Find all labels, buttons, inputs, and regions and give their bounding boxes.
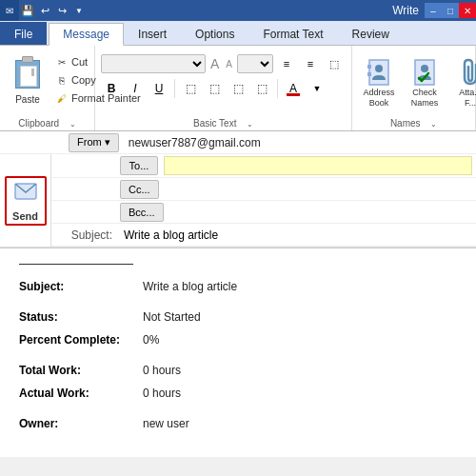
percent-label: Percent Complete: bbox=[19, 331, 143, 348]
qat-redo-button[interactable]: ↪ bbox=[53, 3, 70, 18]
font-size-select[interactable] bbox=[237, 54, 273, 73]
names-label: Names ⌄ bbox=[352, 118, 475, 129]
ribbon-tabs: File Message Insert Options Format Text … bbox=[0, 21, 476, 46]
status-label: Status: bbox=[19, 308, 143, 326]
percent-value: 0% bbox=[143, 331, 159, 348]
attach-file-button[interactable]: Atta...F... bbox=[449, 53, 476, 112]
email-body: Subject: Write a blog article Status: No… bbox=[0, 248, 476, 457]
format-painter-icon: 🖌 bbox=[55, 91, 69, 105]
email-header: From ▾ newuser7887@gmail.com Send To... bbox=[0, 131, 476, 248]
bcc-input[interactable] bbox=[169, 204, 476, 221]
tab-file[interactable]: File bbox=[0, 22, 47, 45]
close-button[interactable]: ✕ bbox=[459, 3, 476, 18]
copy-icon: ⎘ bbox=[55, 73, 69, 87]
owner-value: new user bbox=[143, 415, 189, 432]
more-text-button[interactable]: ▼ bbox=[307, 78, 327, 99]
cc-input[interactable] bbox=[165, 181, 476, 198]
underline-button[interactable]: U bbox=[149, 78, 169, 99]
send-button[interactable]: Send bbox=[5, 176, 47, 226]
cc-button[interactable]: Cc... bbox=[120, 180, 159, 199]
from-value: newuser7887@gmail.com bbox=[125, 134, 476, 151]
app-icon: ✉ bbox=[0, 0, 19, 21]
from-row: From ▾ newuser7887@gmail.com bbox=[0, 131, 476, 154]
tab-message[interactable]: Message bbox=[49, 23, 124, 46]
attach-file-icon bbox=[455, 57, 476, 88]
align-left-button[interactable]: ⬚ bbox=[180, 78, 201, 99]
subject-row: Subject: bbox=[51, 224, 476, 247]
clipboard-label: Clipboard ⌄ bbox=[0, 118, 94, 129]
italic-button[interactable]: I bbox=[125, 78, 146, 99]
font-grow-icon: A bbox=[210, 56, 219, 71]
check-names-button[interactable]: CheckNames bbox=[404, 53, 446, 112]
bold-button[interactable]: B bbox=[101, 78, 122, 99]
svg-rect-2 bbox=[367, 72, 371, 76]
title-bar: ✉ 💾 ↩ ↪ ▼ Write – □ ✕ bbox=[0, 0, 476, 21]
qat-save-button[interactable]: 💾 bbox=[19, 3, 36, 18]
indent-button[interactable]: ⬚ bbox=[324, 53, 345, 74]
subject-label: Subject: bbox=[51, 228, 120, 242]
header-fields: To... Cc... Bcc... Subject: bbox=[51, 154, 476, 247]
actual-work-value: 0 hours bbox=[143, 385, 181, 402]
tab-options[interactable]: Options bbox=[181, 22, 248, 45]
to-button[interactable]: To... bbox=[120, 156, 158, 175]
subject-body-value: Write a blog article bbox=[143, 278, 237, 295]
format-sep bbox=[174, 79, 175, 98]
ribbon: Paste ✂ Cut ⎘ Copy 🖌 Format Painter Clip… bbox=[0, 46, 476, 131]
maximize-button[interactable]: □ bbox=[442, 3, 459, 18]
format-sep2 bbox=[277, 79, 278, 98]
font-shrink-icon: A bbox=[226, 59, 232, 69]
align-right-button[interactable]: ⬚ bbox=[228, 78, 248, 99]
tab-insert[interactable]: Insert bbox=[124, 22, 181, 45]
svg-rect-1 bbox=[367, 65, 371, 69]
actual-work-row: Actual Work: 0 hours bbox=[19, 385, 457, 402]
address-book-icon bbox=[364, 57, 394, 88]
total-work-value: 0 hours bbox=[143, 362, 181, 379]
window-title: Write bbox=[88, 4, 425, 17]
subject-body-label: Subject: bbox=[19, 278, 143, 295]
total-work-row: Total Work: 0 hours bbox=[19, 362, 457, 379]
percent-row: Percent Complete: 0% bbox=[19, 331, 457, 348]
actual-work-label: Actual Work: bbox=[19, 385, 143, 402]
bcc-button[interactable]: Bcc... bbox=[120, 203, 164, 222]
qat-customize-button[interactable]: ▼ bbox=[70, 3, 88, 18]
to-row: To... bbox=[51, 154, 476, 178]
spacer2 bbox=[19, 354, 457, 362]
status-value: Not Started bbox=[143, 308, 201, 326]
qat-undo-button[interactable]: ↩ bbox=[36, 3, 53, 18]
spacer1 bbox=[19, 301, 457, 308]
tab-review[interactable]: Review bbox=[338, 22, 404, 45]
send-area: Send bbox=[0, 154, 51, 247]
paste-button[interactable]: Paste bbox=[6, 50, 50, 109]
bcc-row: Bcc... bbox=[51, 201, 476, 224]
to-input-area[interactable] bbox=[164, 156, 472, 175]
basic-text-label: Basic Text ⌄ bbox=[95, 118, 351, 129]
owner-label: Owner: bbox=[19, 415, 143, 432]
cut-icon: ✂ bbox=[55, 55, 69, 69]
owner-row: Owner: new user bbox=[19, 415, 457, 432]
svg-point-3 bbox=[375, 65, 383, 72]
from-button[interactable]: From ▾ bbox=[69, 133, 119, 152]
align-center-button[interactable]: ⬚ bbox=[204, 78, 225, 99]
names-group: AddressBook CheckNames bbox=[352, 46, 476, 130]
minimize-button[interactable]: – bbox=[425, 3, 442, 18]
total-work-label: Total Work: bbox=[19, 362, 143, 379]
font-family-select[interactable] bbox=[101, 54, 206, 73]
address-book-button[interactable]: AddressBook bbox=[358, 53, 400, 112]
tab-format-text[interactable]: Format Text bbox=[248, 22, 337, 45]
basic-text-group: A A ≡ ≡ ⬚ B I U ⬚ ⬚ ⬚ ⬚ bbox=[95, 46, 352, 130]
status-row: Status: Not Started bbox=[19, 308, 457, 326]
fields-area: Send To... Cc... Bcc... Subject: bbox=[0, 154, 476, 247]
cc-row: Cc... bbox=[51, 178, 476, 201]
clipboard-group: Paste ✂ Cut ⎘ Copy 🖌 Format Painter Clip… bbox=[0, 46, 95, 130]
numbering-button[interactable]: ≡ bbox=[300, 53, 321, 74]
subject-body-row: Subject: Write a blog article bbox=[19, 278, 457, 295]
font-color-button[interactable]: A bbox=[283, 78, 304, 99]
send-icon bbox=[12, 180, 39, 208]
justify-button[interactable]: ⬚ bbox=[251, 78, 272, 99]
spacer3 bbox=[19, 407, 457, 415]
bullets-button[interactable]: ≡ bbox=[276, 53, 297, 74]
body-divider bbox=[19, 264, 133, 265]
subject-input[interactable] bbox=[120, 227, 476, 244]
check-names-icon bbox=[409, 57, 440, 88]
paste-icon bbox=[11, 54, 44, 94]
